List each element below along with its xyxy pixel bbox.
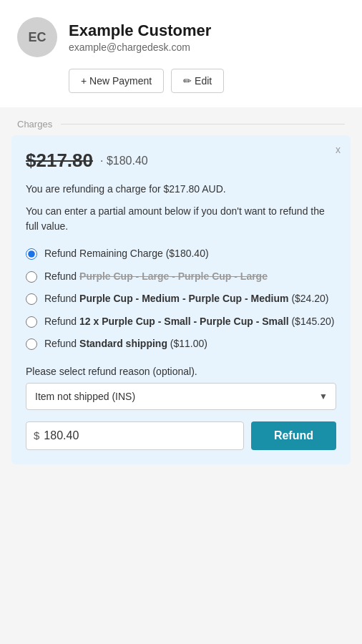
amount-row: $ Refund: [26, 421, 336, 450]
amount-input[interactable]: [44, 422, 236, 449]
customer-info: Example Customer example@chargedesk.com: [69, 21, 211, 53]
customer-email: example@chargedesk.com: [69, 42, 211, 53]
avatar: EC: [17, 17, 57, 57]
radio-option-4[interactable]: Refund 12 x Purple Cup - Small - Purple …: [26, 315, 336, 329]
radio-option-1[interactable]: Refund Remaining Charge ($180.40): [26, 247, 336, 261]
radio-option-2[interactable]: Refund Purple Cup - Large - Purple Cup -…: [26, 270, 336, 284]
refund-description: You are refunding a charge for $217.80 A…: [26, 182, 336, 197]
original-price: $217.80: [26, 150, 93, 172]
radio-label-1: Refund Remaining Charge ($180.40): [44, 247, 209, 261]
edit-button[interactable]: ✏ Edit: [171, 69, 224, 93]
radio-label-3: Refund Purple Cup - Medium - Purple Cup …: [44, 292, 329, 306]
current-price: · $180.40: [100, 155, 148, 167]
price-row: $217.80 · $180.40: [26, 150, 336, 172]
header-actions: + New Payment ✏ Edit: [69, 69, 224, 93]
refund-button[interactable]: Refund: [251, 421, 336, 450]
header: EC Example Customer example@chargedesk.c…: [0, 0, 362, 107]
close-button[interactable]: x: [336, 144, 341, 155]
refund-card: x $217.80 · $180.40 You are refunding a …: [11, 135, 351, 464]
radio-option-5[interactable]: Refund Standard shipping ($11.00): [26, 337, 336, 351]
radio-input-3[interactable]: [26, 293, 37, 305]
radio-group: Refund Remaining Charge ($180.40) Refund…: [26, 247, 336, 351]
new-payment-button[interactable]: + New Payment: [69, 69, 164, 93]
radio-label-5: Refund Standard shipping ($11.00): [44, 337, 207, 351]
radio-input-1[interactable]: [26, 248, 37, 260]
customer-name: Example Customer: [69, 21, 211, 40]
refund-reason-select[interactable]: Item not shipped (INS) Duplicate (DUP) F…: [26, 383, 336, 410]
refund-description-note: You can enter a partial amount below if …: [26, 204, 336, 234]
radio-input-5[interactable]: [26, 338, 37, 350]
radio-label-2: Refund Purple Cup - Large - Purple Cup -…: [44, 270, 268, 284]
refund-reason-wrapper: Item not shipped (INS) Duplicate (DUP) F…: [26, 383, 336, 410]
radio-input-4[interactable]: [26, 316, 37, 328]
radio-input-2[interactable]: [26, 271, 37, 283]
strikethrough-text: Purple Cup - Large - Purple Cup - Large: [79, 270, 268, 282]
header-top: EC Example Customer example@chargedesk.c…: [17, 17, 211, 57]
select-label: Please select refund reason (optional).: [26, 366, 336, 377]
radio-label-4: Refund 12 x Purple Cup - Small - Purple …: [44, 315, 334, 329]
charges-section-label: Charges: [0, 107, 362, 135]
radio-option-3[interactable]: Refund Purple Cup - Medium - Purple Cup …: [26, 292, 336, 306]
currency-symbol: $: [34, 429, 39, 441]
amount-input-wrapper: $: [26, 421, 244, 450]
